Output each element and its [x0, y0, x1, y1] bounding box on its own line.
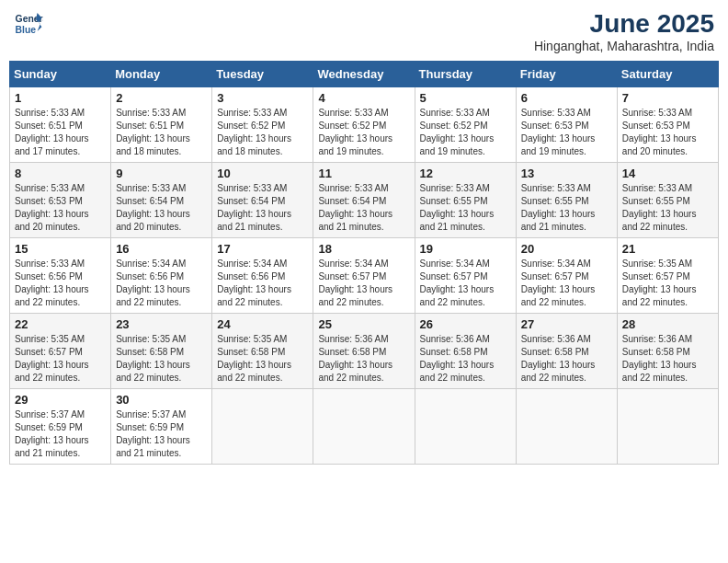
day-info-line: Daylight: 13 hours — [420, 132, 511, 145]
day-info-line: Sunrise: 5:37 AM — [15, 408, 106, 421]
table-row: 3Sunrise: 5:33 AMSunset: 6:52 PMDaylight… — [212, 87, 313, 163]
day-number: 9 — [116, 167, 207, 180]
day-info-line: Sunset: 6:57 PM — [15, 346, 106, 359]
day-number: 25 — [318, 317, 409, 331]
table-row: 5Sunrise: 5:33 AMSunset: 6:52 PMDaylight… — [415, 87, 516, 163]
day-number: 24 — [217, 317, 308, 331]
day-info-line: Daylight: 13 hours — [622, 208, 713, 221]
day-info: Sunrise: 5:35 AMSunset: 6:58 PMDaylight:… — [217, 333, 308, 385]
day-info-line: Sunset: 6:58 PM — [217, 346, 308, 359]
table-row: 21Sunrise: 5:35 AMSunset: 6:57 PMDayligh… — [617, 238, 718, 314]
calendar-row: 1Sunrise: 5:33 AMSunset: 6:51 PMDaylight… — [10, 87, 719, 163]
day-info-line: Sunset: 6:57 PM — [318, 270, 409, 283]
day-info: Sunrise: 5:36 AMSunset: 6:58 PMDaylight:… — [521, 333, 612, 385]
day-info-line: Sunrise: 5:36 AM — [318, 333, 409, 346]
day-info-line: and 22 minutes. — [15, 372, 106, 385]
table-row: 22Sunrise: 5:35 AMSunset: 6:57 PMDayligh… — [10, 314, 111, 389]
day-info: Sunrise: 5:33 AMSunset: 6:53 PMDaylight:… — [15, 182, 106, 234]
day-info-line: Sunrise: 5:33 AM — [217, 182, 308, 195]
day-info-line: Daylight: 13 hours — [15, 208, 106, 221]
day-info-line: Sunset: 6:58 PM — [318, 346, 409, 359]
day-info-line: Daylight: 13 hours — [217, 208, 308, 221]
day-info-line: Daylight: 13 hours — [116, 132, 207, 145]
day-number: 14 — [622, 167, 713, 180]
day-info-line: Sunrise: 5:33 AM — [420, 182, 511, 195]
day-info-line: Sunrise: 5:33 AM — [521, 182, 612, 195]
day-info-line: Daylight: 13 hours — [521, 359, 612, 372]
day-info-line: Daylight: 13 hours — [420, 359, 511, 372]
day-number: 30 — [116, 393, 207, 407]
day-number: 12 — [420, 167, 511, 180]
day-info-line: Sunset: 6:58 PM — [420, 346, 511, 359]
day-info-line: Daylight: 13 hours — [15, 132, 106, 145]
day-info-line: Sunset: 6:59 PM — [116, 421, 207, 434]
day-info-line: Daylight: 13 hours — [217, 359, 308, 372]
day-info-line: Sunrise: 5:36 AM — [521, 333, 612, 346]
day-info: Sunrise: 5:33 AMSunset: 6:54 PMDaylight:… — [217, 182, 308, 234]
day-info-line: and 20 minutes. — [15, 221, 106, 234]
col-tuesday: Tuesday — [212, 62, 313, 87]
table-row: 14Sunrise: 5:33 AMSunset: 6:55 PMDayligh… — [617, 163, 718, 238]
day-info-line: Sunrise: 5:33 AM — [318, 107, 409, 120]
day-info-line: Sunrise: 5:33 AM — [116, 107, 207, 120]
day-number: 28 — [622, 317, 713, 331]
day-info: Sunrise: 5:37 AMSunset: 6:59 PMDaylight:… — [15, 408, 106, 460]
table-row: 9Sunrise: 5:33 AMSunset: 6:54 PMDaylight… — [111, 163, 212, 238]
table-row: 13Sunrise: 5:33 AMSunset: 6:55 PMDayligh… — [516, 163, 617, 238]
day-info-line: Sunset: 6:53 PM — [15, 195, 106, 208]
calendar-row: 29Sunrise: 5:37 AMSunset: 6:59 PMDayligh… — [10, 389, 719, 465]
day-number: 17 — [217, 242, 308, 256]
day-info-line: and 22 minutes. — [420, 296, 511, 309]
col-wednesday: Wednesday — [313, 62, 415, 87]
day-number: 27 — [521, 317, 612, 331]
day-info-line: Sunset: 6:57 PM — [622, 270, 713, 283]
day-number: 22 — [15, 317, 106, 331]
day-number: 19 — [420, 242, 511, 256]
day-number: 2 — [116, 91, 207, 105]
day-info-line: and 21 minutes. — [15, 447, 106, 460]
day-info: Sunrise: 5:34 AMSunset: 6:57 PMDaylight:… — [420, 258, 511, 309]
table-row: 27Sunrise: 5:36 AMSunset: 6:58 PMDayligh… — [516, 314, 617, 389]
calendar-row: 8Sunrise: 5:33 AMSunset: 6:53 PMDaylight… — [10, 163, 719, 238]
day-info-line: Sunrise: 5:33 AM — [15, 107, 106, 120]
day-info: Sunrise: 5:35 AMSunset: 6:58 PMDaylight:… — [116, 333, 207, 385]
day-info: Sunrise: 5:33 AMSunset: 6:55 PMDaylight:… — [420, 182, 511, 234]
day-info: Sunrise: 5:33 AMSunset: 6:55 PMDaylight:… — [622, 182, 713, 234]
day-info-line: Sunset: 6:57 PM — [420, 270, 511, 283]
calendar-title: June 2025 — [534, 9, 714, 39]
day-info: Sunrise: 5:33 AMSunset: 6:52 PMDaylight:… — [420, 107, 511, 158]
day-info-line: Daylight: 13 hours — [116, 283, 207, 296]
table-row — [617, 389, 718, 465]
day-number: 4 — [318, 91, 409, 105]
day-info-line: and 22 minutes. — [15, 296, 106, 309]
table-row: 28Sunrise: 5:36 AMSunset: 6:58 PMDayligh… — [617, 314, 718, 389]
day-info-line: Sunrise: 5:35 AM — [622, 258, 713, 270]
table-row: 2Sunrise: 5:33 AMSunset: 6:51 PMDaylight… — [111, 87, 212, 163]
table-row: 15Sunrise: 5:33 AMSunset: 6:56 PMDayligh… — [10, 238, 111, 314]
calendar-row: 22Sunrise: 5:35 AMSunset: 6:57 PMDayligh… — [10, 314, 719, 389]
day-info-line: Sunrise: 5:36 AM — [420, 333, 511, 346]
day-info-line: Sunrise: 5:35 AM — [217, 333, 308, 346]
day-info: Sunrise: 5:34 AMSunset: 6:57 PMDaylight:… — [318, 258, 409, 309]
day-info-line: Daylight: 13 hours — [318, 208, 409, 221]
day-number: 15 — [15, 242, 106, 256]
table-row: 26Sunrise: 5:36 AMSunset: 6:58 PMDayligh… — [415, 314, 516, 389]
day-info-line: and 22 minutes. — [420, 372, 511, 385]
day-info-line: Sunset: 6:51 PM — [15, 120, 106, 132]
day-info-line: Sunset: 6:58 PM — [116, 346, 207, 359]
day-info-line: Sunset: 6:54 PM — [318, 195, 409, 208]
table-row: 19Sunrise: 5:34 AMSunset: 6:57 PMDayligh… — [415, 238, 516, 314]
day-info-line: and 22 minutes. — [217, 296, 308, 309]
day-info-line: and 22 minutes. — [521, 372, 612, 385]
table-row: 20Sunrise: 5:34 AMSunset: 6:57 PMDayligh… — [516, 238, 617, 314]
svg-text:Blue: Blue — [16, 25, 37, 35]
day-info-line: Sunset: 6:55 PM — [420, 195, 511, 208]
day-info-line: Sunrise: 5:34 AM — [521, 258, 612, 270]
day-info-line: and 22 minutes. — [622, 221, 713, 234]
day-info: Sunrise: 5:33 AMSunset: 6:52 PMDaylight:… — [318, 107, 409, 158]
day-info: Sunrise: 5:35 AMSunset: 6:57 PMDaylight:… — [15, 333, 106, 385]
day-info-line: Daylight: 13 hours — [521, 208, 612, 221]
day-number: 21 — [622, 242, 713, 256]
day-info-line: Sunset: 6:55 PM — [521, 195, 612, 208]
day-number: 16 — [116, 242, 207, 256]
